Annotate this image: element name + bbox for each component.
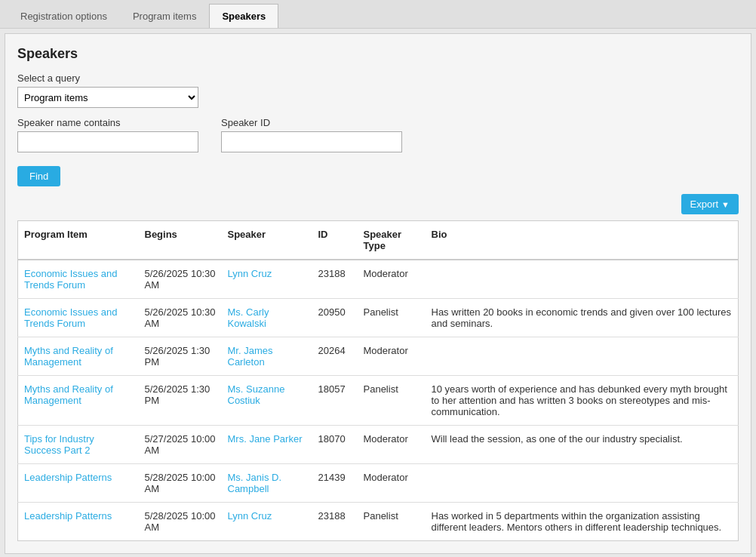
col-header-begins: Begins bbox=[139, 221, 222, 260]
begins-cell: 5/28/2025 10:00 AM bbox=[139, 503, 222, 541]
speaker-link[interactable]: Lynn Cruz bbox=[228, 268, 272, 279]
begins-cell: 5/26/2025 1:30 PM bbox=[139, 337, 222, 376]
id-cell: 20264 bbox=[312, 337, 358, 376]
program-item-link[interactable]: Leadership Patterns bbox=[24, 472, 112, 483]
col-header-bio: Bio bbox=[426, 221, 739, 260]
bio-cell bbox=[426, 260, 739, 299]
table-row: Myths and Reality of Management5/26/2025… bbox=[18, 376, 739, 426]
export-caret-icon: ▼ bbox=[721, 200, 730, 209]
main-content: Speakers Select a query Program items Sp… bbox=[5, 33, 751, 554]
export-button[interactable]: Export ▼ bbox=[681, 194, 739, 214]
speaker-link[interactable]: Mr. James Carleton bbox=[228, 345, 273, 368]
speaker-type-cell: Panelist bbox=[358, 503, 426, 541]
program-item-link[interactable]: Tips for Industry Success Part 2 bbox=[24, 433, 94, 456]
bio-cell: 10 years worth of experience and has deb… bbox=[426, 376, 739, 426]
id-cell: 23188 bbox=[312, 260, 358, 299]
begins-cell: 5/28/2025 10:00 AM bbox=[139, 464, 222, 503]
query-select[interactable]: Program items bbox=[17, 87, 198, 108]
program-item-link[interactable]: Myths and Reality of Management bbox=[24, 383, 113, 406]
export-row: Export ▼ bbox=[17, 194, 739, 214]
bio-cell: Has worked in 5 departments within the o… bbox=[426, 503, 739, 541]
program-item-link[interactable]: Leadership Patterns bbox=[24, 510, 112, 522]
speaker-type-cell: Panelist bbox=[358, 376, 426, 426]
speaker-type-cell: Moderator bbox=[358, 464, 426, 503]
speaker-type-cell: Moderator bbox=[358, 337, 426, 376]
begins-cell: 5/26/2025 10:30 AM bbox=[139, 299, 222, 337]
filter-row: Speaker name contains Speaker ID bbox=[17, 117, 739, 152]
speaker-id-label: Speaker ID bbox=[221, 117, 402, 128]
col-header-program-item: Program Item bbox=[18, 221, 139, 260]
table-row: Economic Issues and Trends Forum5/26/202… bbox=[18, 299, 739, 337]
speaker-id-field: Speaker ID bbox=[221, 117, 402, 152]
speaker-name-label: Speaker name contains bbox=[17, 117, 198, 128]
speaker-link[interactable]: Mrs. Jane Parker bbox=[228, 433, 303, 445]
bio-cell bbox=[426, 337, 739, 376]
speaker-link[interactable]: Ms. Suzanne Costiuk bbox=[228, 383, 285, 406]
table-row: Leadership Patterns5/28/2025 10:00 AMMs.… bbox=[18, 464, 739, 503]
export-label: Export bbox=[690, 198, 719, 210]
col-header-speaker: Speaker bbox=[222, 221, 312, 260]
tab-registration[interactable]: Registration options bbox=[8, 4, 120, 28]
speaker-name-field: Speaker name contains bbox=[17, 117, 198, 152]
table-row: Myths and Reality of Management5/26/2025… bbox=[18, 337, 739, 376]
program-item-link[interactable]: Economic Issues and Trends Forum bbox=[24, 268, 118, 291]
program-item-link[interactable]: Myths and Reality of Management bbox=[24, 345, 113, 368]
col-header-id: ID bbox=[312, 221, 358, 260]
id-cell: 18057 bbox=[312, 376, 358, 426]
begins-cell: 5/26/2025 1:30 PM bbox=[139, 376, 222, 426]
tabs-bar: Registration options Program items Speak… bbox=[0, 0, 756, 29]
begins-cell: 5/26/2025 10:30 AM bbox=[139, 260, 222, 299]
speaker-type-cell: Moderator bbox=[358, 426, 426, 464]
id-cell: 20950 bbox=[312, 299, 358, 337]
tab-program-items[interactable]: Program items bbox=[120, 4, 210, 28]
col-header-speaker-type: Speaker Type bbox=[358, 221, 426, 260]
id-cell: 23188 bbox=[312, 503, 358, 541]
query-label: Select a query bbox=[17, 72, 739, 84]
page-title: Speakers bbox=[17, 46, 739, 62]
table-row: Leadership Patterns5/28/2025 10:00 AMLyn… bbox=[18, 503, 739, 541]
table-header-row: Program Item Begins Speaker ID Speaker T… bbox=[18, 221, 739, 260]
form-section: Select a query Program items Speaker nam… bbox=[17, 72, 739, 194]
speaker-type-cell: Moderator bbox=[358, 260, 426, 299]
find-button[interactable]: Find bbox=[17, 166, 60, 186]
bio-cell: Will lead the session, as one of the our… bbox=[426, 426, 739, 464]
speaker-link[interactable]: Lynn Cruz bbox=[228, 510, 272, 522]
program-item-link[interactable]: Economic Issues and Trends Forum bbox=[24, 306, 118, 329]
bio-cell: Has written 20 books in economic trends … bbox=[426, 299, 739, 337]
table-row: Economic Issues and Trends Forum5/26/202… bbox=[18, 260, 739, 299]
speaker-link[interactable]: Ms. Carly Kowalski bbox=[228, 306, 269, 329]
speaker-name-input[interactable] bbox=[17, 131, 198, 152]
id-cell: 18070 bbox=[312, 426, 358, 464]
page-container: Registration options Program items Speak… bbox=[0, 0, 756, 554]
table-row: Tips for Industry Success Part 25/27/202… bbox=[18, 426, 739, 464]
id-cell: 21439 bbox=[312, 464, 358, 503]
speaker-link[interactable]: Ms. Janis D. Campbell bbox=[228, 472, 282, 494]
bio-cell bbox=[426, 464, 739, 503]
speaker-id-input[interactable] bbox=[221, 131, 402, 152]
speaker-type-cell: Panelist bbox=[358, 299, 426, 337]
tab-speakers[interactable]: Speakers bbox=[209, 4, 278, 28]
begins-cell: 5/27/2025 10:00 AM bbox=[139, 426, 222, 464]
speakers-table: Program Item Begins Speaker ID Speaker T… bbox=[17, 220, 739, 541]
